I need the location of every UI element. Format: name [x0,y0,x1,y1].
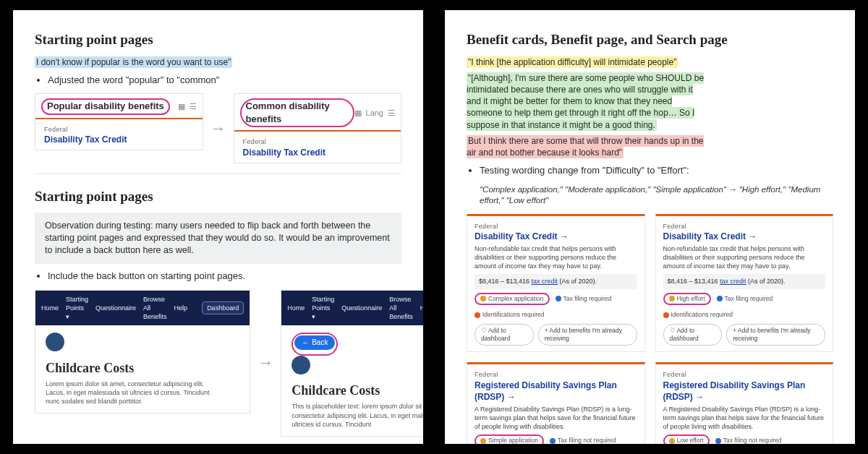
benefit-amount: $8,416 – $13,416 tax credit (As of 2020)… [663,274,826,288]
two-page-spread: Starting point pages I don't know if pop… [0,0,868,454]
section-title: Starting point pages [35,187,401,206]
before-after-pair: Popular disability benefits ▦ ☰ Federal … [35,93,401,163]
tag-tax-filing: Tax filing required [556,295,612,303]
benefit-tags: Complex application Tax filing required … [475,293,637,320]
federal-label: Federal [44,125,194,134]
benefit-title: Disability Tax Credit [44,134,194,145]
page-title: Childcare Costs [46,359,239,377]
grid-icon[interactable]: ▦ [178,101,185,112]
mapping-text: "Complex application," "Moderate applica… [480,184,833,207]
nav-home[interactable]: Home [41,304,59,312]
federal-label: Federal [663,222,826,231]
nav-starting-points[interactable]: Starting Points ▾ [312,295,334,321]
benefit-card: Federal Registered Disability Savings Pl… [467,362,645,444]
observation-block: Observation during testing: many users n… [35,213,401,264]
tax-credit-link[interactable]: tax credit [532,278,558,285]
change-list: Include the back button on starting poin… [35,270,401,283]
federal-label: Federal [663,370,826,379]
benefit-title[interactable]: Disability Tax Credit → [663,231,826,242]
nav-browse[interactable]: Browse All Benefits [389,295,413,321]
change-list: Testing wording change from "Difficulty"… [467,164,833,177]
arrow-icon: → [258,352,273,374]
benefit-card-grid: Federal Disability Tax Credit → Non-refu… [467,214,833,444]
page-title: Childcare Costs [292,382,423,399]
grid-icon[interactable]: ▦ [354,108,362,119]
user-quote: But I think there are some that will thr… [467,135,705,158]
user-quote: "I think [the application difficulty] wi… [467,56,705,68]
view-icons: ▦ ☰ [178,101,197,112]
frame-after: Home Starting Points ▾ Questionnaire Bro… [281,290,423,437]
before-after-pair: Home Starting Points ▾ Questionnaire Bro… [35,290,401,437]
tag-tax-filing: Tax filing not required [550,437,616,444]
page-right: Benefit cards, Benefit page, and Search … [445,10,855,444]
tag-tax-filing: Tax filing required [717,295,773,303]
arrow-icon: → [210,118,226,140]
nav-home[interactable]: Home [287,304,305,312]
topic-avatar-icon [292,356,310,374]
benefit-title[interactable]: Registered Disability Savings Plan (RDSP… [663,380,826,403]
lang-label: Lang [366,108,383,119]
effort-chip: Complex application [475,293,550,305]
change-item: Include the back button on starting poin… [48,270,401,283]
federal-label: Federal [475,222,637,231]
app-navbar: Home Starting Points ▾ Questionnaire Bro… [35,291,250,325]
divider [35,174,401,174]
federal-label: Federal [475,370,637,379]
nav-help[interactable]: Help [420,304,423,312]
page-intro: Lorem ipsum dolor sit amet, consectetur … [46,380,219,406]
benefit-description: A Registered Disability Savings Plan (RD… [475,405,637,431]
effort-chip: Low effort [663,434,710,444]
tag-id-required: Identifications required [475,311,545,319]
view-icons: ▦ Lang ☰ [354,108,395,119]
list-icon[interactable]: ☰ [388,108,395,119]
tag-id-required: Identifications required [663,311,733,319]
benefit-tags: Low effort Tax filing not required Pre-r… [663,434,826,444]
frame-before: Home Starting Points ▾ Questionnaire Bro… [35,290,250,414]
effort-chip: High effort [663,293,711,305]
arrow-left-icon: ← [302,338,309,348]
section-title: Starting point pages [35,30,401,49]
benefit-tags: High effort Tax filing required Identifi… [663,293,826,320]
nav-dashboard[interactable]: Dashboard [202,301,244,314]
add-to-dashboard-button[interactable]: ♡ Add to dashboard [475,324,534,346]
back-button[interactable]: ← Back [294,335,335,350]
federal-label: Federal [243,137,393,146]
page-left: Starting point pages I don't know if pop… [13,10,423,444]
nav-questionnaire[interactable]: Questionnaire [341,304,382,312]
effort-chip: Simple application [475,434,544,444]
benefit-description: Non-refundable tax credit that helps per… [663,244,826,270]
frame-before: Popular disability benefits ▦ ☰ Federal … [35,93,203,150]
user-quote: I don't know if popular is the word you … [35,56,273,68]
list-icon[interactable]: ☰ [190,101,197,112]
nav-browse[interactable]: Browse All Benefits [143,295,167,321]
nav-questionnaire[interactable]: Questionnaire [95,304,136,312]
change-list: Adjusted the word "popular" to "common" [35,74,401,87]
benefit-card: Federal Disability Tax Credit → Non-refu… [655,214,834,353]
benefit-tags: Simple application Tax filing not requir… [475,434,637,444]
tag-tax-filing: Tax filing not required [715,437,782,444]
benefit-heading-after: Common disability benefits [240,98,354,127]
nav-help[interactable]: Help [174,304,188,312]
app-navbar: Home Starting Points ▾ Questionnaire Bro… [281,291,423,325]
benefit-description: Non-refundable tax credit that helps per… [475,244,637,270]
tax-credit-link[interactable]: tax credit [720,278,746,285]
nav-starting-points[interactable]: Starting Points ▾ [66,295,88,321]
benefit-heading-before: Popular disability benefits [41,98,170,115]
benefit-title[interactable]: Disability Tax Credit → [475,231,637,242]
benefit-card: Federal Disability Tax Credit → Non-refu… [467,214,645,353]
benefit-card: Federal Registered Disability Savings Pl… [655,362,834,444]
page-intro: This is placeholder text: lorem ipsum do… [292,402,423,428]
user-quote: "[Although], I'm sure there are some peo… [467,72,705,131]
benefit-amount: $8,416 – $13,416 tax credit (As of 2020)… [475,274,637,288]
benefit-title[interactable]: Registered Disability Savings Plan (RDSP… [475,380,637,403]
add-to-receiving-button[interactable]: + Add to benefits I'm already receiving [538,324,637,346]
benefit-description: A Registered Disability Savings Plan (RD… [663,405,826,431]
frame-after: Common disability benefits ▦ Lang ☰ Fede… [234,93,402,163]
add-to-dashboard-button[interactable]: ♡ Add to dashboard [663,324,723,346]
section-title: Benefit cards, Benefit page, and Search … [467,30,833,49]
change-item: Adjusted the word "popular" to "common" [48,74,401,87]
benefit-title: Disability Tax Credit [243,147,393,158]
topic-avatar-icon [46,333,64,351]
add-to-receiving-button[interactable]: + Add to benefits I'm already receiving [726,324,825,346]
change-item: Testing wording change from "Difficulty"… [480,164,833,177]
